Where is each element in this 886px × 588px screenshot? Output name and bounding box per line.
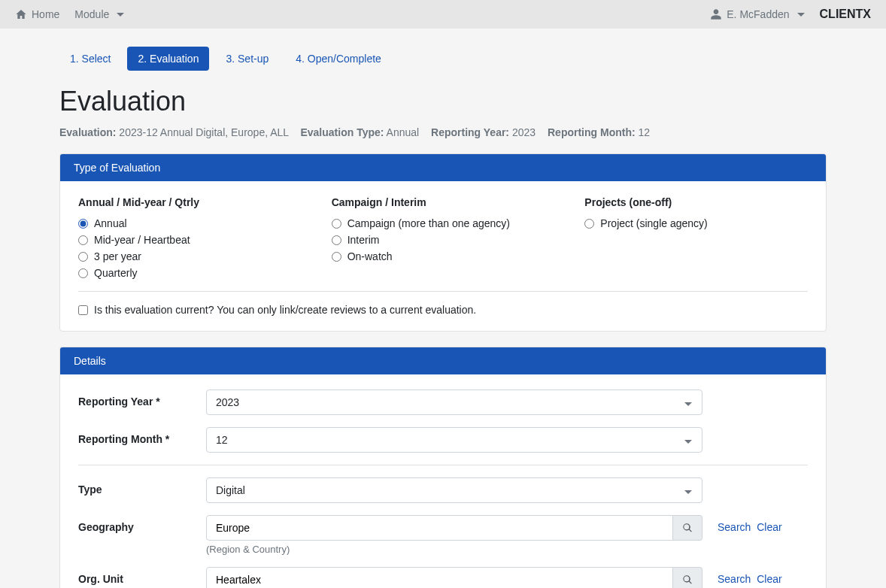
current-evaluation-checkbox[interactable] (78, 305, 88, 315)
geography-search-link[interactable]: Search (718, 521, 751, 533)
meta-evaluation-value: 2023-12 Annual Digital, Europe, ALL (119, 126, 288, 138)
divider (78, 465, 808, 465)
geography-search-button[interactable] (673, 515, 702, 541)
radio-interim-label: Interim (347, 234, 380, 246)
type-of-evaluation-card: Type of Evaluation Annual / Mid-year / Q… (59, 153, 827, 332)
tab-evaluation[interactable]: 2. Evaluation (127, 47, 209, 71)
radio-quarterly-label: Quarterly (94, 267, 138, 279)
form-row-reporting-year: Reporting Year * 2023 (78, 389, 808, 415)
reporting-month-select[interactable]: 12 (206, 427, 702, 453)
org-unit-search-link[interactable]: Search (718, 573, 751, 585)
radio-project[interactable]: Project (single agency) (584, 217, 808, 229)
user-icon (710, 8, 722, 20)
type-card-body: Annual / Mid-year / Qtrly Annual Mid-yea… (60, 181, 826, 331)
page-title: Evaluation (59, 86, 827, 117)
meta-type-label: Evaluation Type: (300, 126, 384, 138)
details-card-body: Reporting Year * 2023 Reporting Month * … (60, 374, 826, 588)
nav-module-label: Module (74, 8, 109, 20)
type-label: Type (78, 477, 206, 496)
meta-type-value: Annual (387, 126, 420, 138)
current-evaluation-checkbox-row[interactable]: Is this evaluation current? You can only… (78, 304, 808, 316)
tab-open-complete[interactable]: 4. Open/Complete (285, 47, 392, 71)
search-icon (682, 574, 693, 585)
radio-campaign-label: Campaign (more than one agency) (347, 217, 510, 229)
org-unit-input[interactable] (206, 567, 673, 588)
radio-interim-input[interactable] (332, 235, 341, 245)
radio-project-label: Project (single agency) (600, 217, 707, 229)
radio-onwatch[interactable]: On-watch (332, 250, 555, 262)
radio-interim[interactable]: Interim (332, 234, 555, 246)
form-row-reporting-month: Reporting Month * 12 (78, 427, 808, 453)
type-col-annual: Annual / Mid-year / Qtrly Annual Mid-yea… (78, 196, 302, 279)
type-card-header: Type of Evaluation (60, 154, 826, 181)
type-col-project-heading: Projects (one-off) (584, 196, 808, 208)
org-unit-clear-link[interactable]: Clear (757, 573, 781, 585)
wizard-tabs: 1. Select 2. Evaluation 3. Set-up 4. Ope… (59, 47, 827, 71)
geography-clear-link[interactable]: Clear (757, 521, 781, 533)
nav-module-dropdown[interactable]: Module (74, 8, 124, 20)
radio-annual-label: Annual (94, 217, 127, 229)
reporting-year-select[interactable]: 2023 (206, 389, 702, 415)
geography-label: Geography (78, 515, 206, 533)
reporting-year-value: 2023 (206, 389, 702, 415)
navbar-left: Home Module (15, 8, 124, 20)
type-select[interactable]: Digital (206, 477, 702, 503)
navbar-right: E. McFadden CLIENTX (710, 8, 871, 21)
radio-annual[interactable]: Annual (78, 217, 302, 229)
radio-midyear-input[interactable] (78, 235, 88, 245)
nav-home[interactable]: Home (15, 8, 59, 20)
reporting-month-label: Reporting Month * (78, 427, 206, 445)
radio-3peryear[interactable]: 3 per year (78, 250, 302, 262)
meta-year-label: Reporting Year: (431, 126, 509, 138)
type-value: Digital (206, 477, 702, 503)
radio-quarterly-input[interactable] (78, 268, 88, 278)
org-unit-search-button[interactable] (673, 567, 702, 588)
type-col-annual-heading: Annual / Mid-year / Qtrly (78, 196, 302, 208)
reporting-year-label: Reporting Year * (78, 389, 206, 408)
nav-user-label: E. McFadden (727, 8, 789, 20)
meta-month-label: Reporting Month: (548, 126, 636, 138)
geography-input[interactable] (206, 515, 673, 541)
radio-3peryear-input[interactable] (78, 252, 88, 262)
meta-evaluation-label: Evaluation: (59, 126, 116, 138)
divider (78, 291, 808, 292)
form-row-type: Type Digital (78, 477, 808, 503)
tab-setup[interactable]: 3. Set-up (215, 47, 279, 71)
type-col-project: Projects (one-off) Project (single agenc… (584, 196, 808, 279)
org-unit-label: Org. Unit (78, 567, 206, 585)
radio-quarterly[interactable]: Quarterly (78, 267, 302, 279)
radio-annual-input[interactable] (78, 219, 88, 229)
radio-onwatch-input[interactable] (332, 252, 341, 262)
brand-label: CLIENTX (820, 8, 871, 21)
type-col-campaign-heading: Campaign / Interim (332, 196, 555, 208)
search-icon (682, 523, 693, 533)
meta-year-value: 2023 (512, 126, 536, 138)
details-card-header: Details (60, 347, 826, 374)
radio-3peryear-label: 3 per year (94, 250, 141, 262)
tab-select[interactable]: 1. Select (59, 47, 121, 71)
geography-helper: (Region & Country) (206, 544, 702, 555)
evaluation-meta: Evaluation: 2023-12 Annual Digital, Euro… (59, 126, 827, 138)
meta-month-value: 12 (639, 126, 651, 138)
navbar: Home Module E. McFadden CLIENTX (0, 0, 886, 29)
details-card: Details Reporting Year * 2023 Reporting … (59, 347, 827, 588)
radio-campaign[interactable]: Campaign (more than one agency) (332, 217, 555, 229)
reporting-month-value: 12 (206, 427, 702, 453)
type-col-campaign: Campaign / Interim Campaign (more than o… (332, 196, 555, 279)
form-row-geography: Geography (Region & Country) Search Clea… (78, 515, 808, 555)
current-evaluation-label: Is this evaluation current? You can only… (94, 304, 476, 316)
nav-user-dropdown[interactable]: E. McFadden (710, 8, 804, 20)
radio-midyear[interactable]: Mid-year / Heartbeat (78, 234, 302, 246)
radio-project-input[interactable] (584, 219, 594, 229)
radio-midyear-label: Mid-year / Heartbeat (94, 234, 190, 246)
form-row-org-unit: Org. Unit (Business unit & Brand) Search… (78, 567, 808, 588)
home-icon (15, 8, 27, 20)
radio-onwatch-label: On-watch (347, 250, 393, 262)
radio-campaign-input[interactable] (332, 219, 341, 229)
main-container: 1. Select 2. Evaluation 3. Set-up 4. Ope… (44, 29, 842, 588)
nav-home-label: Home (32, 8, 59, 20)
